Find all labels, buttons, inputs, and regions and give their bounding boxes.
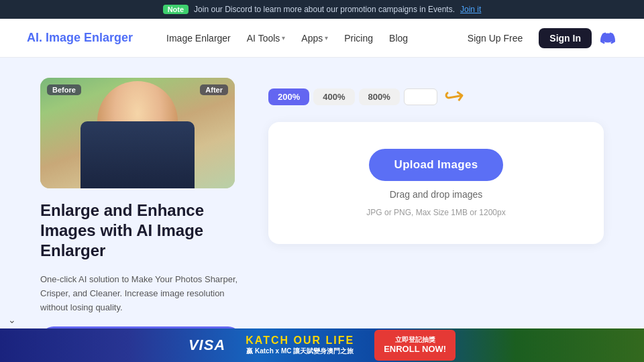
signin-button[interactable]: Sign In: [539, 28, 592, 48]
logo-text: AI. Image Enlarger: [27, 31, 133, 44]
zoom-doodle-row: 200% 400% 800% ↩: [268, 84, 604, 109]
zoom-200-button[interactable]: 200%: [268, 88, 309, 105]
nav-item-image-enlarger[interactable]: Image Enlarger: [160, 29, 237, 48]
file-hint-text: JPG or PNG, Max Size 1MB or 1200px: [366, 208, 505, 217]
notification-message: Join our Discord to learn more about our…: [194, 5, 455, 14]
nav-item-apps[interactable]: Apps ▾: [294, 29, 335, 48]
discord-icon[interactable]: [598, 29, 617, 48]
zoom-400-button[interactable]: 400%: [313, 88, 354, 105]
nav-item-pricing[interactable]: Pricing: [337, 29, 380, 48]
signup-button[interactable]: Sign Up Free: [458, 28, 532, 48]
ad-enroll-box[interactable]: 立即登記抽獎 ENROLL NOW!: [374, 330, 455, 361]
main-content: Before After Enlarge and Enhance Images …: [0, 58, 644, 362]
scroll-indicator: ⌄: [8, 314, 16, 325]
upload-images-button[interactable]: Upload Images: [369, 149, 504, 181]
chevron-down-icon: ▾: [282, 34, 285, 42]
upload-panel: Upload Images Drag and drop images JPG o…: [268, 122, 604, 244]
main-nav: Image Enlarger AI Tools ▾ Apps ▾ Pricing…: [160, 29, 458, 48]
header-actions: Sign Up Free Sign In: [458, 28, 617, 48]
before-badge: Before: [47, 84, 81, 95]
header: AI. Image Enlarger Image Enlarger AI Too…: [0, 19, 644, 58]
nav-item-blog[interactable]: Blog: [382, 29, 415, 48]
ad-brand: KATCH OUR LIFE 贏 Katch x MC 讓天賦變身澳門之旅: [246, 335, 354, 356]
left-section: Before After Enlarge and Enhance Images …: [40, 78, 241, 356]
arrow-doodle-icon: ↩: [442, 83, 466, 111]
zoom-custom-input[interactable]: [404, 88, 437, 105]
zoom-controls: 200% 400% 800%: [268, 88, 437, 105]
visa-logo: VISA: [189, 337, 225, 354]
ad-content: VISA KATCH OUR LIFE 贏 Katch x MC 讓天賦變身澳門…: [189, 330, 455, 361]
chevron-down-icon: ▾: [325, 34, 328, 42]
hero-subtext: One-click AI solution to Make Your Photo…: [40, 273, 241, 314]
after-badge: After: [200, 84, 228, 95]
ad-enroll-line2: ENROLL NOW!: [384, 344, 446, 355]
join-link[interactable]: Join it: [460, 5, 481, 14]
right-section: 200% 400% 800% ↩ Upload Images Drag and …: [268, 78, 604, 244]
nav-item-ai-tools[interactable]: AI Tools ▾: [240, 29, 292, 48]
page-headline: Enlarge and Enhance Images with AI Image…: [40, 200, 241, 261]
ad-banner[interactable]: VISA KATCH OUR LIFE 贏 Katch x MC 讓天賦變身澳門…: [0, 328, 644, 362]
image-comparison: Before After: [40, 78, 235, 188]
zoom-800-button[interactable]: 800%: [359, 88, 400, 105]
ad-brand-sub: 贏 Katch x MC 讓天賦變身澳門之旅: [246, 347, 354, 356]
ad-brand-name: KATCH OUR LIFE: [246, 335, 354, 347]
logo: AI. Image Enlarger: [27, 31, 133, 45]
note-badge: Note: [163, 5, 189, 14]
drag-drop-text: Drag and drop images: [390, 189, 483, 200]
ad-enroll-line1: 立即登記抽獎: [384, 335, 446, 344]
notification-bar: Note Join our Discord to learn more abou…: [0, 0, 644, 19]
